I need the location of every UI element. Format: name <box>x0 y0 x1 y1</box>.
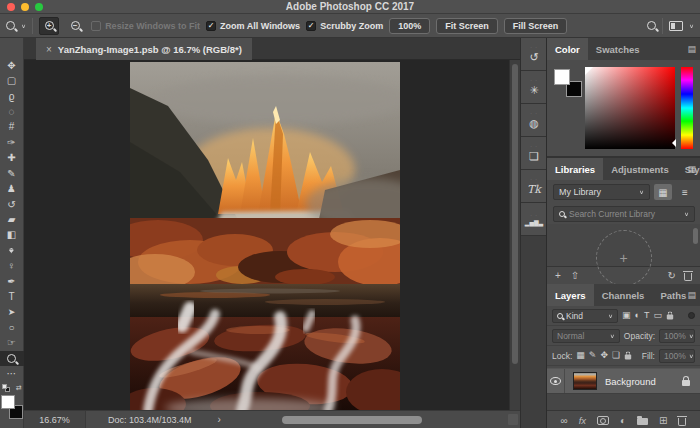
filters-panel-button[interactable]: ✳ <box>521 71 547 104</box>
fullscreen-window-button[interactable] <box>35 3 43 11</box>
minimize-window-button[interactable] <box>21 3 29 11</box>
panel-menu-icon[interactable]: ▤ <box>687 44 696 54</box>
filter-shape-layers-icon[interactable]: ▭ <box>653 311 662 320</box>
horizontal-scrollbar-thumb[interactable] <box>282 416 422 424</box>
hand-tool[interactable]: ☞ <box>0 336 24 351</box>
zoom-level-readout[interactable]: 16.67% <box>24 411 86 428</box>
zoom-out-button[interactable]: − <box>65 17 85 35</box>
tab-libraries[interactable]: Libraries <box>547 158 603 180</box>
pen-tool[interactable]: ✒ <box>0 274 24 289</box>
filter-smart-object-icon[interactable] <box>667 314 673 319</box>
layer-visibility-toggle[interactable] <box>547 369 565 393</box>
library-select[interactable]: My Library ∨ <box>553 184 650 200</box>
lock-position-icon[interactable]: ✥ <box>600 351 608 360</box>
healing-brush-tool[interactable]: ✚ <box>0 151 24 166</box>
tab-channels[interactable]: Channels <box>594 284 653 306</box>
filter-adjustment-layers-icon[interactable]: ◐ <box>635 311 640 320</box>
panel-menu-icon[interactable]: ▤ <box>687 290 696 300</box>
eraser-tool[interactable]: ▰ <box>0 212 24 227</box>
hue-slider[interactable] <box>681 67 693 149</box>
workspace-switcher-icon[interactable] <box>669 21 683 31</box>
workspace-chevron-icon[interactable]: ∨ <box>689 22 694 28</box>
layer-row-background[interactable]: Background <box>547 368 700 394</box>
zoom-tool[interactable] <box>0 351 24 366</box>
swap-colors-icon[interactable]: ⇄ <box>16 384 22 392</box>
notes-panel-button[interactable]: ❏ <box>521 137 547 170</box>
history-brush-tool[interactable]: ↺ <box>0 197 24 212</box>
vertical-scrollbar-thumb[interactable] <box>512 64 518 364</box>
histogram-panel-button[interactable]: ▂▅▇▃ <box>521 203 547 236</box>
sync-icon[interactable]: ↻ <box>668 270 676 281</box>
library-search-box[interactable]: ∨ <box>553 206 695 222</box>
tool-preset-chevron-icon[interactable]: ∨ <box>21 22 26 28</box>
layer-style-button[interactable]: fx <box>579 415 586 426</box>
saturation-brightness-field[interactable] <box>585 67 675 149</box>
fill-screen-button[interactable]: Fill Screen <box>504 18 568 34</box>
layer-thumbnail[interactable] <box>573 372 597 390</box>
filter-kind-select[interactable]: Kind ∨ <box>552 309 618 323</box>
resize-windows-checkbox[interactable]: Resize Windows to Fit <box>91 21 200 31</box>
document-tab[interactable]: × YanZhang-Image1.psb @ 16.7% (RGB/8*) <box>36 38 252 60</box>
blend-mode-select[interactable]: Normal ∨ <box>552 329 620 343</box>
dodge-tool[interactable]: ♀ <box>0 258 24 273</box>
add-element-button[interactable]: + <box>555 270 561 281</box>
marquee-tool[interactable]: ▢ <box>0 73 24 88</box>
zoom-in-button[interactable]: + <box>39 17 59 35</box>
filter-type-layers-icon[interactable]: T <box>644 311 650 320</box>
new-adjustment-layer-icon[interactable]: ◐ <box>620 415 626 426</box>
shape-tool[interactable]: ○ <box>0 320 24 335</box>
canvas[interactable] <box>24 60 520 410</box>
crop-tool[interactable]: # <box>0 120 24 135</box>
trash-icon[interactable] <box>684 273 692 281</box>
tk-panel-button[interactable]: Tk <box>521 170 547 203</box>
tab-color[interactable]: Color <box>547 38 588 60</box>
tab-swatches[interactable]: Swatches <box>588 38 648 60</box>
new-layer-icon[interactable]: ⊞ <box>659 415 667 426</box>
link-layers-icon[interactable]: ∞ <box>561 415 568 426</box>
tab-layers[interactable]: Layers <box>547 284 594 306</box>
move-tool[interactable]: ✥ <box>0 58 24 73</box>
scrubby-zoom-checkbox[interactable]: ✓ Scrubby Zoom <box>306 21 383 31</box>
brush-tool[interactable]: ✎ <box>0 166 24 181</box>
new-group-icon[interactable] <box>637 418 648 425</box>
zoom-100-button[interactable]: 100% <box>389 18 430 34</box>
vertical-scrollbar[interactable] <box>509 60 520 410</box>
default-colors-icon[interactable] <box>2 384 10 392</box>
brushes-panel-button[interactable]: ◍ <box>521 104 547 137</box>
grid-view-button[interactable]: ▦ <box>654 184 672 200</box>
filter-toggle[interactable] <box>688 312 695 319</box>
delete-layer-icon[interactable] <box>678 418 686 426</box>
status-chevron-icon[interactable]: › <box>218 414 221 425</box>
lock-transparent-pixels-icon[interactable]: ▦ <box>576 351 585 360</box>
close-tab-icon[interactable]: × <box>46 44 52 55</box>
lock-artboard-icon[interactable]: ❏ <box>612 351 620 360</box>
clone-stamp-tool[interactable]: ♟ <box>0 181 24 196</box>
zoom-all-windows-checkbox[interactable]: ✓ Zoom All Windows <box>206 21 300 31</box>
upload-button[interactable]: ⇧ <box>571 270 579 281</box>
lock-all-icon[interactable] <box>625 354 631 359</box>
history-panel-button[interactable]: ↺ <box>521 38 547 71</box>
list-view-button[interactable]: ≡ <box>676 184 694 200</box>
lock-image-pixels-icon[interactable]: ✎ <box>589 351 597 360</box>
filter-pixel-layers-icon[interactable]: ▣ <box>622 311 631 320</box>
foreground-color-swatch[interactable] <box>1 395 15 409</box>
type-tool[interactable]: T <box>0 289 24 304</box>
add-layer-mask-icon[interactable] <box>597 416 609 425</box>
eyedropper-tool[interactable]: ✑ <box>0 135 24 150</box>
zoom-tool-preview-icon[interactable] <box>6 21 15 30</box>
edit-toolbar-button[interactable]: ⋯ <box>0 366 24 381</box>
blur-tool[interactable]: ♠ <box>0 243 24 258</box>
library-scrollbar-thumb[interactable] <box>693 228 698 244</box>
lasso-tool[interactable]: ϱ <box>0 89 24 104</box>
foreground-color-swatch[interactable] <box>554 69 570 85</box>
library-search-input[interactable] <box>569 209 680 219</box>
tab-adjustments[interactable]: Adjustments <box>603 158 677 180</box>
chevron-down-icon[interactable]: ∨ <box>684 211 689 217</box>
quick-selection-tool[interactable]: ◌ <box>0 104 24 119</box>
gradient-tool[interactable]: ◧ <box>0 228 24 243</box>
opacity-input[interactable]: 100% ∨ <box>659 329 695 343</box>
panel-menu-icon[interactable]: ▤ <box>687 164 696 174</box>
close-window-button[interactable] <box>7 3 15 11</box>
empty-library-drop-target[interactable]: + <box>596 230 652 286</box>
fill-input[interactable]: 100% ∨ <box>659 349 695 363</box>
